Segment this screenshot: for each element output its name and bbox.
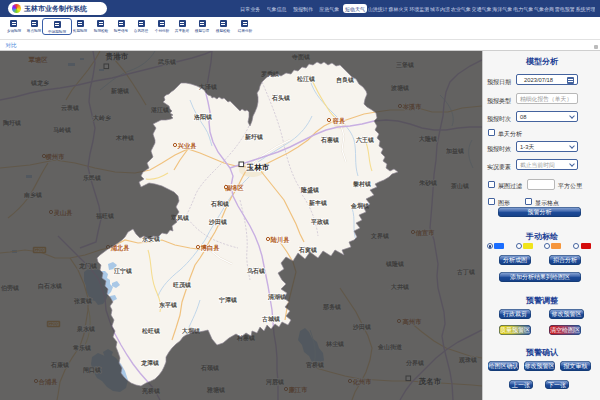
svg-text:自良镇: 自良镇 — [336, 76, 354, 84]
svg-text:六王镇: 六王镇 — [355, 136, 374, 144]
svg-text:黎村镇: 黎村镇 — [352, 180, 371, 188]
svg-text:宁潭镇: 宁潭镇 — [219, 296, 237, 304]
svg-text:容县: 容县 — [332, 117, 346, 125]
svg-text:龙潭镇: 龙潭镇 — [140, 359, 159, 367]
svg-text:平政镇: 平政镇 — [310, 218, 329, 226]
svg-text:乌石镇: 乌石镇 — [246, 267, 265, 275]
svg-text:新圩镇: 新圩镇 — [244, 133, 263, 141]
svg-text:石窝镇: 石窝镇 — [298, 246, 317, 254]
svg-text:玉林市: 玉林市 — [246, 163, 270, 172]
svg-text:陆川县: 陆川县 — [270, 236, 290, 244]
svg-text:清湖镇: 清湖镇 — [267, 293, 286, 301]
svg-text:江宁镇: 江宁镇 — [113, 267, 132, 275]
svg-text:兴业县: 兴业县 — [176, 142, 197, 150]
svg-text:石头镇: 石头镇 — [271, 94, 290, 102]
svg-text:新丰镇: 新丰镇 — [308, 199, 327, 207]
svg-text:古城镇: 古城镇 — [261, 315, 280, 323]
svg-text:沙田镇: 沙田镇 — [208, 218, 227, 226]
svg-text:东平镇: 东平镇 — [158, 301, 177, 309]
svg-text:石和镇: 石和镇 — [210, 200, 229, 208]
svg-text:石寨镇: 石寨镇 — [320, 136, 339, 144]
svg-text:旺茂镇: 旺茂镇 — [173, 281, 191, 289]
svg-text:博白县: 博白县 — [199, 244, 220, 252]
svg-text:松旺镇: 松旺镇 — [141, 327, 160, 335]
svg-text:隆盛镇: 隆盛镇 — [301, 186, 319, 194]
svg-text:松江镇: 松江镇 — [296, 75, 315, 83]
svg-text:洛阳镇: 洛阳镇 — [193, 113, 212, 121]
